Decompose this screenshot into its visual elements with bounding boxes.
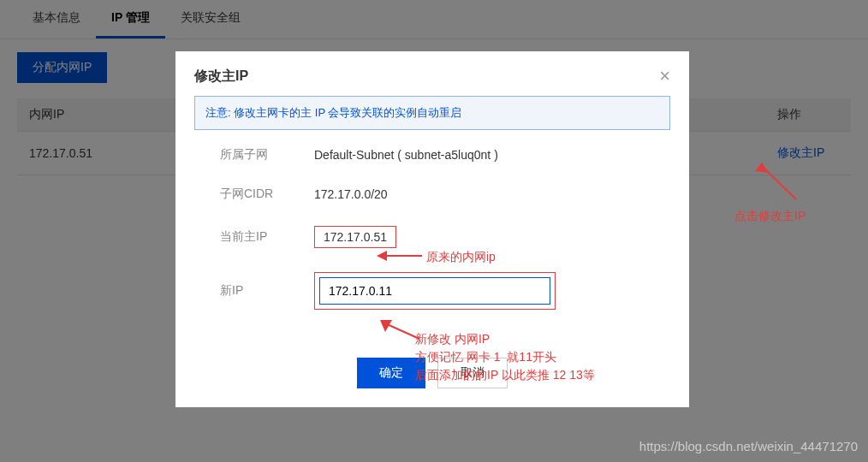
- modify-ip-modal: 修改主IP × 注意: 修改主网卡的主 IP 会导致关联的实例自动重启 所属子网…: [175, 51, 689, 407]
- confirm-button[interactable]: 确定: [357, 358, 425, 388]
- current-ip-value: 172.17.0.51: [314, 226, 396, 248]
- cancel-button[interactable]: 取消: [437, 358, 508, 388]
- new-ip-input[interactable]: [319, 277, 550, 305]
- cidr-label: 子网CIDR: [220, 187, 314, 202]
- watermark: https://blog.csdn.net/weixin_44471270: [639, 439, 858, 453]
- new-ip-label: 新IP: [220, 283, 314, 299]
- current-ip-label: 当前主IP: [220, 229, 314, 245]
- close-icon[interactable]: ×: [659, 67, 670, 86]
- notice-banner: 注意: 修改主网卡的主 IP 会导致关联的实例自动重启: [194, 96, 670, 130]
- subnet-value: Default-Subnet ( subnet-a5luq0nt ): [314, 148, 498, 162]
- modal-title: 修改主IP: [194, 68, 248, 86]
- cidr-value: 172.17.0.0/20: [314, 187, 388, 201]
- subnet-label: 所属子网: [220, 147, 314, 163]
